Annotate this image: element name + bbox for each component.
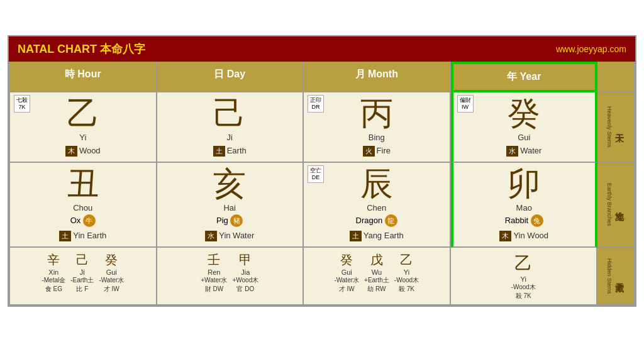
h-hour-2-el: -Water水 — [99, 276, 124, 285]
hidden-hour-item-2: 癸 Gui -Water水 才 IW — [99, 251, 124, 294]
year-branch-char: 卯 — [456, 168, 593, 201]
h-hour-0-mark: 食 EG — [42, 285, 65, 294]
h-month-1-name: Wu — [364, 268, 389, 276]
year-branch-el-name: Yin Wood — [513, 231, 548, 240]
hour-branch-animal: Ox — [70, 216, 81, 225]
month-badge-en: DR — [310, 104, 321, 111]
hour-badge-zh: 七殺 — [16, 97, 28, 104]
hidden-hour-items: 辛 Xin -Metal金 食 EG 己 Ji -Earth土 比 F 癸 Gu… — [13, 251, 153, 294]
website-url: www.joeyyap.com — [556, 44, 626, 54]
hour-animal-icon: 牛 — [83, 214, 96, 227]
year-stem-badge: 偏財 IW — [457, 95, 474, 113]
month-branch-animal: Dragon — [356, 216, 383, 225]
hour-badge-en: 7K — [16, 104, 28, 111]
month-branch-char: 辰 — [306, 168, 447, 201]
year-stem-el-box: 水 — [506, 146, 518, 157]
hidden-hour-item-1: 己 Ji -Earth土 比 F — [70, 251, 94, 294]
h-hour-0-char: 辛 — [42, 251, 65, 268]
month-branch-badge-en: DE — [310, 174, 321, 181]
month-stem-char: 丙 — [306, 97, 447, 130]
hidden-hour-item-0: 辛 Xin -Metal金 食 EG — [42, 251, 65, 294]
hidden-year: 乙 Yi -Wood木 殺 7K — [451, 248, 598, 306]
h-month-0-el: -Water水 — [334, 276, 359, 285]
earthly-branches-side-label: 地支 Earthly Branches — [597, 163, 635, 248]
h-month-0-name: Gui — [334, 268, 359, 276]
h-day-0-mark: 財 DW — [201, 285, 227, 294]
month-animal-icon: 龍 — [385, 214, 397, 227]
h-year-0-mark: 殺 7K — [511, 292, 536, 301]
day-branch-char: 亥 — [160, 168, 301, 201]
hidden-stems-side-label: 藏干 Hidden Stems — [597, 248, 635, 306]
h-day-1-char: 甲 — [232, 251, 258, 268]
day-stem-char: 己 — [160, 97, 301, 130]
hidden-year-items: 乙 Yi -Wood木 殺 7K — [453, 251, 594, 301]
h-hour-2-name: Gui — [99, 268, 124, 276]
chart-title: NATAL CHART 本命八字 — [18, 41, 145, 57]
day-stem-el-name: Earth — [227, 146, 247, 155]
hour-branch-name: Chou — [13, 203, 153, 212]
month-branch-badge: 空亡 DE — [308, 165, 324, 183]
year-stem-char: 癸 — [456, 97, 593, 130]
hidden-month-item-1: 戊 Wu +Earth土 劫 RW — [364, 251, 389, 294]
hidden-month-item-0: 癸 Gui -Water水 才 IW — [334, 251, 359, 294]
hour-header: 時 Hour — [10, 62, 157, 92]
h-day-1-mark: 官 DO — [232, 285, 258, 294]
year-branch-name: Mao — [456, 203, 593, 212]
h-month-2-el: -Wood木 — [394, 276, 419, 285]
hour-branch-el-name: Yin Earth — [73, 231, 106, 240]
day-header: 日 Day — [157, 62, 304, 92]
hour-stem-badge: 七殺 7K — [14, 95, 30, 113]
h-day-1-name: Jia — [232, 268, 258, 276]
hidden-month: 癸 Gui -Water水 才 IW 戊 Wu +Earth土 劫 RW 乙 Y… — [304, 248, 451, 306]
month-badge-zh: 正印 — [310, 97, 321, 104]
h-day-0-char: 壬 — [201, 251, 227, 268]
day-stem-el-box: 土 — [213, 146, 225, 157]
year-animal-icon: 兔 — [531, 214, 543, 227]
branch-month: 空亡 DE 辰 Chen Dragon 龍 土Yang Earth — [304, 163, 451, 248]
day-branch-el-name: Yin Water — [219, 231, 254, 240]
branch-hour: 丑 Chou Ox 牛 土Yin Earth — [10, 163, 157, 248]
h-year-0-char: 乙 — [511, 251, 536, 275]
hidden-day-item-1: 甲 Jia +Wood木 官 DO — [232, 251, 258, 294]
hidden-day: 壬 Ren +Water水 財 DW 甲 Jia +Wood木 官 DO — [157, 248, 304, 306]
hidden-year-item-0: 乙 Yi -Wood木 殺 7K — [511, 251, 536, 301]
heavenly-hour: 七殺 7K 乙 Yi 木Wood — [10, 92, 157, 163]
hidden-month-items: 癸 Gui -Water水 才 IW 戊 Wu +Earth土 劫 RW 乙 Y… — [306, 251, 447, 294]
year-badge-en: IW — [460, 104, 471, 111]
month-branch-name: Chen — [306, 203, 447, 212]
heavenly-month: 正印 DR 丙 Bing 火Fire — [304, 92, 451, 163]
day-animal-icon: 豬 — [230, 214, 243, 227]
heavenly-day: 己 Ji 土Earth — [157, 92, 304, 163]
chart-header: NATAL CHART 本命八字 www.joeyyap.com — [9, 36, 635, 62]
h-month-0-char: 癸 — [334, 251, 359, 268]
hour-branch-char: 丑 — [13, 168, 153, 201]
hour-stem-el-box: 木 — [65, 146, 77, 157]
h-hour-1-el: -Earth土 — [70, 276, 94, 285]
h-hour-0-name: Xin — [42, 268, 65, 276]
month-branch-el-box: 土 — [350, 231, 362, 241]
h-day-0-name: Ren — [201, 268, 227, 276]
h-hour-1-char: 己 — [70, 251, 94, 268]
month-header: 月 Month — [304, 62, 451, 92]
hour-branch-el-box: 土 — [59, 231, 71, 241]
year-branch-el-box: 木 — [499, 231, 511, 241]
year-stem-name: Gui — [456, 133, 593, 142]
h-month-1-el: +Earth土 — [364, 276, 389, 285]
h-year-0-name: Yi — [511, 275, 536, 283]
h-month-1-mark: 劫 RW — [364, 285, 389, 294]
heavenly-year: 偏財 IW 癸 Gui 水Water — [451, 92, 598, 163]
day-branch-animal: Pig — [216, 216, 228, 225]
hidden-hour: 辛 Xin -Metal金 食 EG 己 Ji -Earth土 比 F 癸 Gu… — [10, 248, 157, 306]
h-day-1-el: +Wood木 — [232, 276, 258, 285]
h-month-0-mark: 才 IW — [334, 285, 359, 294]
day-stem-name: Ji — [160, 133, 301, 142]
hour-stem-el-name: Wood — [79, 146, 101, 155]
month-stem-el-name: Fire — [377, 146, 391, 155]
hidden-en: Hidden Stems — [606, 258, 613, 294]
year-badge-zh: 偏財 — [460, 97, 471, 104]
chart-grid: 時 Hour 日 Day 月 Month 年 Year 七殺 7K 乙 Yi 木… — [9, 62, 635, 306]
h-day-0-el: +Water水 — [201, 276, 227, 285]
hour-stem-char: 乙 — [13, 97, 153, 130]
branch-year: 卯 Mao Rabbit 兔 木Yin Wood — [451, 163, 598, 248]
h-month-2-mark: 殺 7K — [394, 285, 419, 294]
